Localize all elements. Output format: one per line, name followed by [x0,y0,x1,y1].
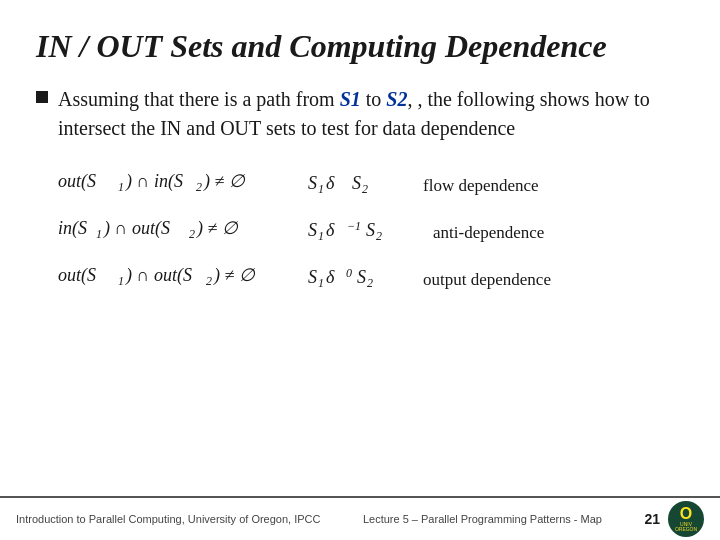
formula-row-3: out(S 1 ) ∩ out(S 2 ) ≠ ∅ [58,261,268,294]
svg-text:S: S [357,267,366,287]
dep-formula-2: S 1 δ −1 S 2 [308,216,413,249]
svg-text:δ: δ [326,220,335,240]
dep-svg-2: S 1 δ −1 S 2 [308,216,413,244]
svg-text:in(S: in(S [58,218,87,239]
svg-text:) ∩ out(S: ) ∩ out(S [103,218,170,239]
footer-left-text: Introduction to Parallel Computing, Univ… [16,513,320,525]
formulas-right-column: S 1 δ S 2 flow dependence S 1 δ [308,167,551,296]
formula-svg-2: in(S 1 ) ∩ out(S 2 ) ≠ ∅ [58,214,268,242]
svg-text:S: S [308,220,317,240]
formula-math-2: in(S 1 ) ∩ out(S 2 ) ≠ ∅ [58,214,268,247]
formulas-section: out(S 1 ) ∩ in(S 2 ) ≠ ∅ in(S 1 ) ∩ out(… [58,167,684,296]
dep-label-3: output dependence [423,270,551,290]
svg-text:−1: −1 [347,219,361,233]
svg-text:δ: δ [326,267,335,287]
svg-text:2: 2 [362,182,368,196]
svg-text:1: 1 [318,276,324,290]
svg-text:2: 2 [196,180,202,194]
formula-right-row-1: S 1 δ S 2 flow dependence [308,169,551,202]
svg-text:1: 1 [318,229,324,243]
bullet-section: Assuming that there is a path from S1 to… [36,85,684,143]
svg-text:) ∩ out(S: ) ∩ out(S [125,265,192,286]
dep-formula-1: S 1 δ S 2 [308,169,403,202]
svg-text:δ: δ [326,173,335,193]
footer-center-text: Lecture 5 – Parallel Programming Pattern… [363,513,602,525]
svg-text:2: 2 [189,227,195,241]
formula-row-2: in(S 1 ) ∩ out(S 2 ) ≠ ∅ [58,214,268,247]
svg-text:2: 2 [367,276,373,290]
svg-text:) ≠ ∅: ) ≠ ∅ [203,171,246,192]
formula-svg-3: out(S 1 ) ∩ out(S 2 ) ≠ ∅ [58,261,268,289]
page-number: 21 [644,511,660,527]
formulas-left-column: out(S 1 ) ∩ in(S 2 ) ≠ ∅ in(S 1 ) ∩ out(… [58,167,268,296]
svg-text:out(S: out(S [58,171,96,192]
svg-text:out(S: out(S [58,265,96,286]
footer: Introduction to Parallel Computing, Univ… [0,496,720,540]
dep-svg-3: S 1 δ 0 S 2 [308,263,403,291]
svg-text:0: 0 [346,266,352,280]
slide: IN / OUT Sets and Computing Dependence A… [0,0,720,540]
s1-label: S1 [340,88,361,110]
formula-math-3: out(S 1 ) ∩ out(S 2 ) ≠ ∅ [58,261,268,294]
formula-right-row-2: S 1 δ −1 S 2 anti‑dependence [308,216,551,249]
svg-text:) ∩ in(S: ) ∩ in(S [125,171,183,192]
svg-text:) ≠ ∅: ) ≠ ∅ [196,218,239,239]
s2-label: S2 [386,88,407,110]
dep-formula-3: S 1 δ 0 S 2 [308,263,403,296]
dep-svg-1: S 1 δ S 2 [308,169,403,197]
uo-logo: O UNIVOREGON [668,501,704,537]
dep-label-2: anti‑dependence [433,223,544,243]
svg-text:1: 1 [96,227,102,241]
svg-text:S: S [352,173,361,193]
dep-label-1: flow dependence [423,176,539,196]
svg-text:2: 2 [376,229,382,243]
formula-svg-1: out(S 1 ) ∩ in(S 2 ) ≠ ∅ [58,167,268,195]
svg-text:) ≠ ∅: ) ≠ ∅ [213,265,256,286]
footer-right: 21 O UNIVOREGON [644,501,704,537]
svg-text:1: 1 [118,180,124,194]
svg-text:1: 1 [118,274,124,288]
svg-text:S: S [366,220,375,240]
logo-text: UNIVOREGON [675,522,697,533]
formula-math-1: out(S 1 ) ∩ in(S 2 ) ≠ ∅ [58,167,268,200]
bullet-text: Assuming that there is a path from S1 to… [58,85,684,143]
svg-text:2: 2 [206,274,212,288]
formula-right-row-3: S 1 δ 0 S 2 output dependence [308,263,551,296]
formula-row-1: out(S 1 ) ∩ in(S 2 ) ≠ ∅ [58,167,268,200]
svg-text:S: S [308,267,317,287]
bullet-icon [36,91,48,103]
svg-text:S: S [308,173,317,193]
logo-letter: O [680,506,692,522]
svg-text:1: 1 [318,182,324,196]
slide-title: IN / OUT Sets and Computing Dependence [36,28,684,65]
